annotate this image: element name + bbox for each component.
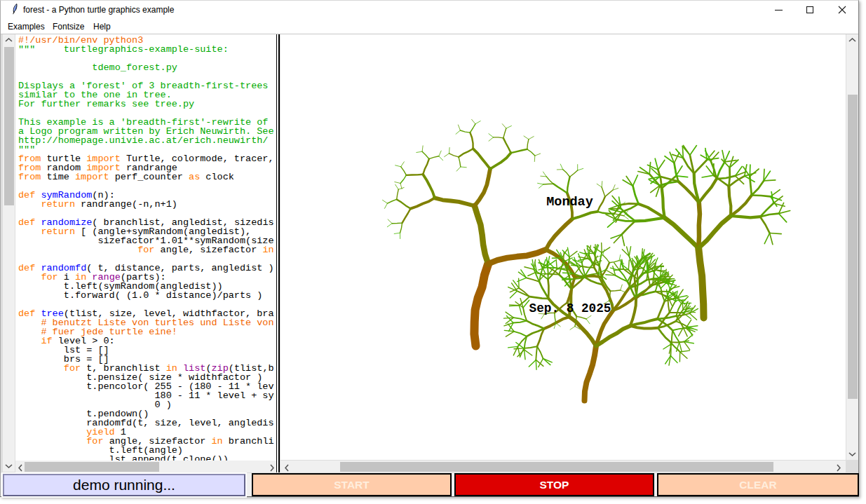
svg-text:Sep. 8 2025: Sep. 8 2025 — [529, 301, 611, 315]
svg-text:Monday: Monday — [546, 195, 593, 210]
